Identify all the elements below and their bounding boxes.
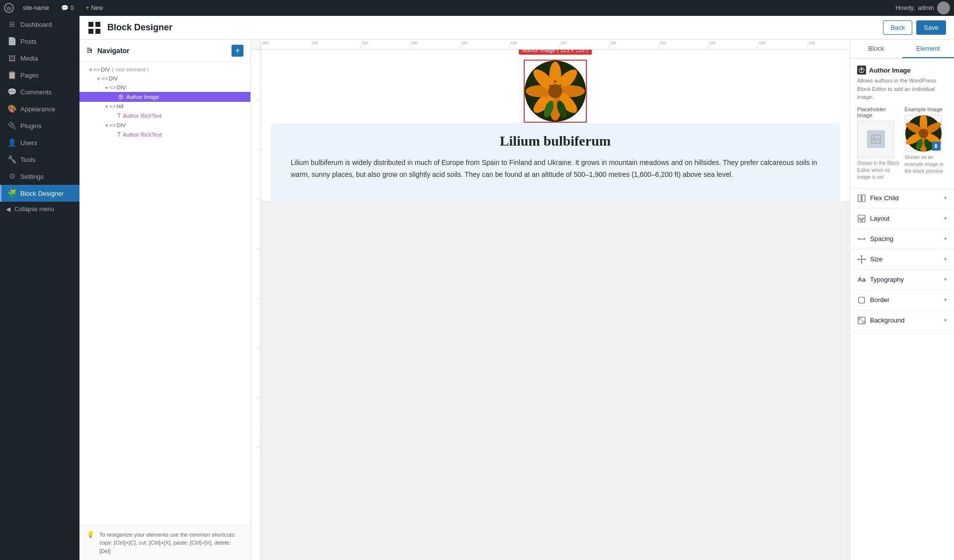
preview-content-section: Lilium bulbiferum Lilium bulbiferum is w… — [271, 123, 840, 201]
svg-rect-66 — [859, 297, 865, 303]
plugins-icon: 🔌 — [7, 121, 16, 130]
tree-item-author-richtext-2[interactable]: T Author RichText — [80, 130, 250, 140]
comments-bar-item[interactable]: 💬 0 — [58, 4, 77, 11]
tree-item-author-richtext-1[interactable]: T Author RichText — [80, 111, 250, 121]
collapse-icon: ◀ — [6, 206, 10, 213]
svg-rect-6 — [87, 48, 90, 49]
typography-icon: Aa — [857, 275, 866, 284]
howdy-text: Howdy, — [895, 4, 915, 11]
svg-point-34 — [559, 84, 561, 86]
example-image-desc: Shown as an example image in the block p… — [905, 154, 948, 175]
placeholder-image-box[interactable] — [857, 121, 894, 158]
accordion-spacing-header[interactable]: Spacing ▾ — [850, 229, 954, 249]
username-text: admin — [918, 4, 934, 11]
tree-item-author-image[interactable]: Author Image — [80, 92, 250, 102]
avatar — [937, 1, 950, 14]
accordion-border-header[interactable]: Border ▾ — [850, 290, 954, 310]
settings-icon: ⚙ — [7, 172, 16, 181]
tree-item-h4[interactable]: ▾ <> H4 — [80, 102, 250, 111]
toggle-icon[interactable]: ▾ — [103, 85, 109, 90]
element-title: Author Image — [857, 66, 947, 75]
svg-rect-11 — [90, 52, 91, 53]
admin-bar-right: Howdy, admin — [895, 1, 950, 14]
example-image-delete-button[interactable]: 🗑 — [932, 142, 941, 151]
svg-rect-22 — [251, 50, 261, 497]
chevron-down-icon: ▾ — [944, 215, 947, 222]
navigator-icon — [86, 47, 94, 55]
svg-text:W: W — [6, 5, 12, 11]
author-image-container[interactable]: Author Image ( 123 × 123 ) — [524, 60, 587, 123]
sidebar-item-appearance[interactable]: 🎨 Appearance — [0, 100, 80, 117]
accordion-background: Background ▾ — [850, 311, 954, 331]
toggle-icon[interactable]: ▾ — [95, 76, 101, 81]
collapse-menu-button[interactable]: ◀ Collapse menu — [0, 202, 80, 217]
accordion-background-header[interactable]: Background ▾ — [850, 311, 954, 330]
navigator-tree: ▾ <> DIV ( root element ) ▾ <> DIV — [80, 62, 250, 525]
sidebar-item-users[interactable]: 👤 Users — [0, 134, 80, 151]
author-image-icon — [117, 93, 124, 100]
placeholder-image-icon — [867, 130, 885, 148]
accordion-layout-header[interactable]: Layout ▾ — [850, 209, 954, 229]
tree-item-div-2[interactable]: ▾ <> DIV — [80, 83, 250, 92]
wp-admin-sidebar: ⊞ Dashboard 📄 Posts 🖼 Media 📋 Pages 💬 Co… — [0, 16, 80, 560]
placeholder-image-col: Placeholder Image Sho — [857, 106, 900, 181]
block-designer-icon: 🧩 — [7, 189, 16, 198]
tree-item-div-1[interactable]: ▾ <> DIV — [80, 74, 250, 83]
site-name-bar-item[interactable]: site-name — [20, 4, 52, 11]
image-previews: Placeholder Image Sho — [857, 106, 947, 181]
sidebar-item-pages[interactable]: 📋 Pages — [0, 67, 80, 83]
page-title: Block Designer — [107, 22, 172, 33]
sidebar-item-tools[interactable]: 🔧 Tools — [0, 151, 80, 168]
sidebar-item-media[interactable]: 🖼 Media — [0, 50, 80, 67]
border-icon — [857, 296, 866, 305]
accordion-border: Border ▾ — [850, 290, 954, 311]
placeholder-image-label: Placeholder Image — [857, 106, 900, 118]
appearance-icon: 🎨 — [7, 104, 16, 113]
canvas-scroll-area[interactable]: Author Image ( 123 × 123 ) — [261, 50, 850, 560]
block-designer-header: Block Designer Back Save — [80, 16, 954, 40]
accordion-typography-header[interactable]: Aa Typography ▾ — [850, 270, 954, 290]
tab-block[interactable]: Block — [850, 40, 902, 58]
canvas-area: 100 — [251, 40, 850, 560]
toggle-icon[interactable]: ▾ — [87, 67, 93, 73]
svg-rect-18 — [261, 40, 850, 49]
sidebar-item-plugins[interactable]: 🔌 Plugins — [0, 117, 80, 134]
accordion-size-header[interactable]: Size ▾ — [850, 249, 954, 269]
chevron-down-icon: ▾ — [944, 317, 947, 323]
text-icon: T — [117, 112, 121, 119]
accordion-spacing: Spacing ▾ — [850, 229, 954, 249]
toggle-icon[interactable]: ▾ — [103, 123, 109, 128]
back-button[interactable]: Back — [883, 20, 912, 35]
tip-icon: 💡 — [86, 531, 94, 538]
sidebar-item-dashboard[interactable]: ⊞ Dashboard — [0, 16, 80, 33]
accordion-typography: Aa Typography ▾ — [850, 270, 954, 290]
navigator-title: Navigator — [86, 47, 130, 55]
sidebar-item-comments[interactable]: 💬 Comments — [0, 83, 80, 100]
example-image-box[interactable]: 🗑 — [905, 115, 942, 152]
sidebar-item-block-designer[interactable]: 🧩 Block Designer — [0, 185, 80, 202]
svg-rect-56 — [862, 219, 865, 222]
sidebar-item-posts[interactable]: 📄 Posts — [0, 33, 80, 50]
text-icon: T — [117, 131, 121, 138]
tree-item-div-root[interactable]: ▾ <> DIV ( root element ) — [80, 65, 250, 74]
media-icon: 🖼 — [7, 54, 16, 63]
svg-point-39 — [861, 69, 863, 71]
svg-point-49 — [918, 128, 928, 138]
svg-rect-69 — [862, 320, 865, 324]
navigator-add-button[interactable]: + — [232, 45, 243, 57]
chevron-down-icon: ▾ — [944, 276, 947, 283]
sidebar-item-settings[interactable]: ⚙ Settings — [0, 168, 80, 185]
new-bar-item[interactable]: + New — [82, 4, 106, 11]
author-image-tooltip: Author Image ( 123 × 123 ) — [519, 50, 592, 55]
spacing-icon — [857, 235, 866, 243]
svg-rect-53 — [862, 195, 865, 202]
toggle-icon[interactable]: ▾ — [103, 104, 109, 109]
tab-element[interactable]: Element — [902, 40, 954, 58]
save-button[interactable]: Save — [916, 20, 946, 35]
svg-rect-52 — [858, 195, 861, 202]
accordion-flex-child-header[interactable]: Flex Child ▾ — [850, 188, 954, 208]
tree-item-div-3[interactable]: ▾ <> DIV — [80, 121, 250, 130]
svg-rect-55 — [858, 219, 861, 222]
svg-rect-54 — [858, 215, 865, 218]
author-image-frame[interactable] — [524, 60, 587, 123]
